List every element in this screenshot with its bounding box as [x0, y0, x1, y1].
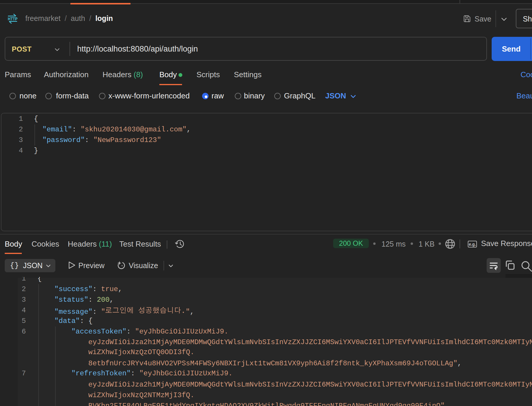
svg-text:HTTP: HTTP — [8, 16, 18, 21]
